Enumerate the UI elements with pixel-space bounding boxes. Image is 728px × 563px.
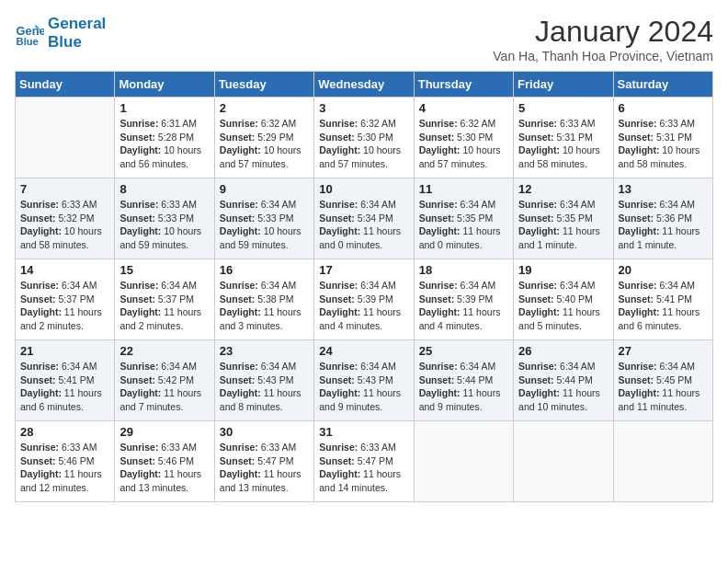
day-number: 29 [119,425,209,439]
day-details: Sunrise: 6:34 AMSunset: 5:44 PMDaylight:… [419,360,508,414]
calendar-week-row: 1Sunrise: 6:31 AMSunset: 5:28 PMDaylight… [16,98,713,178]
day-details: Sunrise: 6:34 AMSunset: 5:41 PMDaylight:… [619,279,708,333]
calendar-cell: 20Sunrise: 6:34 AMSunset: 5:41 PMDayligh… [613,259,712,340]
calendar-cell: 13Sunrise: 6:34 AMSunset: 5:36 PMDayligh… [613,178,712,259]
calendar-cell [514,421,613,502]
day-details: Sunrise: 6:34 AMSunset: 5:40 PMDaylight:… [518,279,608,333]
day-number: 25 [419,344,508,358]
day-details: Sunrise: 6:32 AMSunset: 5:30 PMDaylight:… [319,117,408,171]
day-details: Sunrise: 6:31 AMSunset: 5:28 PMDaylight:… [119,117,209,171]
day-number: 4 [419,101,508,115]
calendar-cell [414,421,513,502]
calendar-cell: 19Sunrise: 6:34 AMSunset: 5:40 PMDayligh… [514,259,613,340]
calendar-cell: 1Sunrise: 6:31 AMSunset: 5:28 PMDaylight… [115,98,214,178]
day-details: Sunrise: 6:34 AMSunset: 5:37 PMDaylight:… [119,279,209,333]
day-details: Sunrise: 6:33 AMSunset: 5:46 PMDaylight:… [119,441,209,495]
day-number: 16 [220,263,309,277]
day-header-sunday: Sunday [16,72,115,98]
calendar-cell: 2Sunrise: 6:32 AMSunset: 5:29 PMDaylight… [214,98,313,178]
calendar-week-row: 21Sunrise: 6:34 AMSunset: 5:41 PMDayligh… [16,340,713,421]
day-number: 31 [319,425,408,439]
day-header-thursday: Thursday [414,72,513,98]
day-header-friday: Friday [514,72,613,98]
day-details: Sunrise: 6:34 AMSunset: 5:45 PMDaylight:… [619,360,708,414]
calendar-cell: 16Sunrise: 6:34 AMSunset: 5:38 PMDayligh… [214,259,313,340]
day-header-wednesday: Wednesday [314,72,414,98]
day-number: 26 [518,344,608,358]
calendar-cell: 17Sunrise: 6:34 AMSunset: 5:39 PMDayligh… [314,259,414,340]
day-number: 17 [319,263,408,277]
day-details: Sunrise: 6:34 AMSunset: 5:44 PMDaylight:… [518,360,608,414]
day-number: 1 [119,101,209,115]
day-details: Sunrise: 6:33 AMSunset: 5:46 PMDaylight:… [20,441,109,495]
calendar-cell: 25Sunrise: 6:34 AMSunset: 5:44 PMDayligh… [414,340,513,421]
day-number: 6 [619,101,708,115]
day-number: 15 [119,263,209,277]
day-details: Sunrise: 6:33 AMSunset: 5:31 PMDaylight:… [619,117,708,171]
calendar-cell [16,98,115,178]
day-details: Sunrise: 6:34 AMSunset: 5:39 PMDaylight:… [319,279,408,333]
day-details: Sunrise: 6:32 AMSunset: 5:30 PMDaylight:… [419,117,508,171]
day-number: 5 [518,101,608,115]
calendar-cell: 3Sunrise: 6:32 AMSunset: 5:30 PMDaylight… [314,98,414,178]
day-details: Sunrise: 6:33 AMSunset: 5:31 PMDaylight:… [518,117,608,171]
day-number: 14 [20,263,109,277]
day-number: 28 [20,425,109,439]
day-number: 20 [619,263,708,277]
calendar-cell: 30Sunrise: 6:33 AMSunset: 5:47 PMDayligh… [214,421,313,502]
day-number: 11 [419,182,508,196]
day-details: Sunrise: 6:34 AMSunset: 5:37 PMDaylight:… [20,279,109,333]
calendar-cell: 23Sunrise: 6:34 AMSunset: 5:43 PMDayligh… [214,340,313,421]
day-details: Sunrise: 6:34 AMSunset: 5:38 PMDaylight:… [220,279,309,333]
calendar-cell: 31Sunrise: 6:33 AMSunset: 5:47 PMDayligh… [314,421,414,502]
day-number: 7 [20,182,109,196]
day-details: Sunrise: 6:33 AMSunset: 5:47 PMDaylight:… [220,441,309,495]
day-details: Sunrise: 6:34 AMSunset: 5:41 PMDaylight:… [20,360,109,414]
page-header: General Blue GeneralBlue January 2024 Va… [15,15,713,63]
title-block: January 2024 Van Ha, Thanh Hoa Province,… [493,15,713,63]
day-number: 3 [319,101,408,115]
day-number: 18 [419,263,508,277]
day-details: Sunrise: 6:34 AMSunset: 5:33 PMDaylight:… [220,198,309,252]
calendar-cell: 22Sunrise: 6:34 AMSunset: 5:42 PMDayligh… [115,340,214,421]
logo: General Blue GeneralBlue [15,15,106,51]
day-header-tuesday: Tuesday [214,72,313,98]
day-number: 9 [220,182,309,196]
calendar-cell: 26Sunrise: 6:34 AMSunset: 5:44 PMDayligh… [514,340,613,421]
calendar-cell: 14Sunrise: 6:34 AMSunset: 5:37 PMDayligh… [16,259,115,340]
calendar-cell [613,421,712,502]
calendar-cell: 29Sunrise: 6:33 AMSunset: 5:46 PMDayligh… [115,421,214,502]
day-details: Sunrise: 6:32 AMSunset: 5:29 PMDaylight:… [220,117,309,171]
day-details: Sunrise: 6:33 AMSunset: 5:32 PMDaylight:… [20,198,109,252]
day-number: 19 [518,263,608,277]
calendar-cell: 15Sunrise: 6:34 AMSunset: 5:37 PMDayligh… [115,259,214,340]
svg-text:Blue: Blue [17,35,39,46]
logo-text: GeneralBlue [48,15,106,51]
day-number: 10 [319,182,408,196]
day-details: Sunrise: 6:34 AMSunset: 5:42 PMDaylight:… [119,360,209,414]
day-number: 23 [220,344,309,358]
calendar-table: SundayMondayTuesdayWednesdayThursdayFrid… [15,71,713,502]
day-details: Sunrise: 6:34 AMSunset: 5:36 PMDaylight:… [619,198,708,252]
day-number: 13 [619,182,708,196]
day-details: Sunrise: 6:34 AMSunset: 5:39 PMDaylight:… [419,279,508,333]
calendar-cell: 10Sunrise: 6:34 AMSunset: 5:34 PMDayligh… [314,178,414,259]
calendar-cell: 28Sunrise: 6:33 AMSunset: 5:46 PMDayligh… [16,421,115,502]
logo-icon: General Blue [15,18,44,48]
day-details: Sunrise: 6:33 AMSunset: 5:33 PMDaylight:… [119,198,209,252]
calendar-week-row: 14Sunrise: 6:34 AMSunset: 5:37 PMDayligh… [16,259,713,340]
calendar-cell: 24Sunrise: 6:34 AMSunset: 5:43 PMDayligh… [314,340,414,421]
day-number: 21 [20,344,109,358]
day-details: Sunrise: 6:34 AMSunset: 5:43 PMDaylight:… [220,360,309,414]
day-details: Sunrise: 6:34 AMSunset: 5:34 PMDaylight:… [319,198,408,252]
day-number: 30 [220,425,309,439]
day-details: Sunrise: 6:34 AMSunset: 5:35 PMDaylight:… [419,198,508,252]
day-details: Sunrise: 6:33 AMSunset: 5:47 PMDaylight:… [319,441,408,495]
day-details: Sunrise: 6:34 AMSunset: 5:35 PMDaylight:… [518,198,608,252]
calendar-cell: 8Sunrise: 6:33 AMSunset: 5:33 PMDaylight… [115,178,214,259]
calendar-cell: 5Sunrise: 6:33 AMSunset: 5:31 PMDaylight… [514,98,613,178]
day-number: 27 [619,344,708,358]
day-header-saturday: Saturday [613,72,712,98]
calendar-header-row: SundayMondayTuesdayWednesdayThursdayFrid… [16,72,713,98]
calendar-cell: 7Sunrise: 6:33 AMSunset: 5:32 PMDaylight… [16,178,115,259]
